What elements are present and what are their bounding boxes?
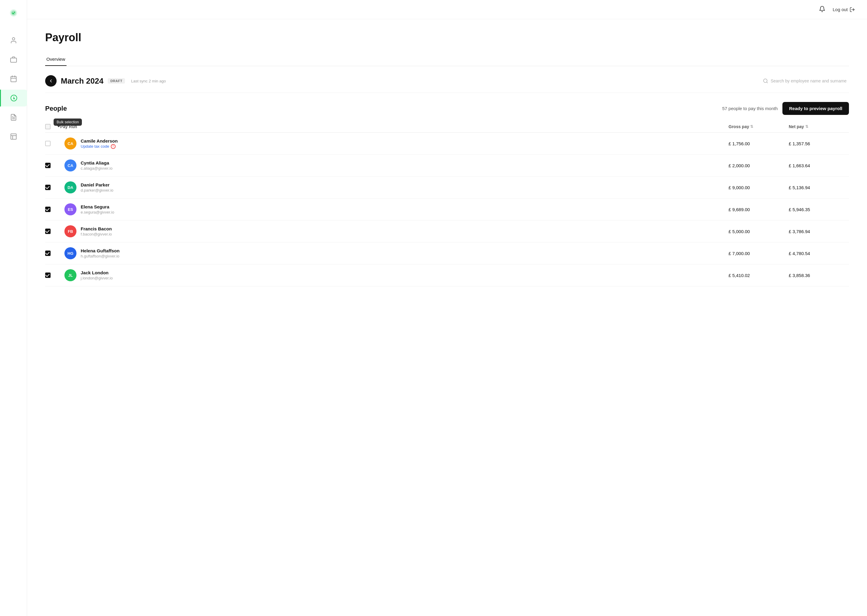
sidebar-item-document[interactable] bbox=[5, 109, 22, 126]
gross-pay: £ 2,000.00 bbox=[728, 163, 789, 168]
row-checkbox[interactable] bbox=[45, 141, 50, 146]
employee-name: Daniel Parker bbox=[81, 182, 728, 187]
bulk-select-col: Bulk selection bbox=[45, 124, 60, 129]
employee-name: Jack London bbox=[81, 270, 728, 275]
row-checkbox-col bbox=[45, 229, 60, 234]
sidebar-item-payroll[interactable] bbox=[0, 90, 27, 107]
svg-point-1 bbox=[13, 38, 15, 40]
employee-cell: CA Cyntia Aliaga c.aliaga@givver.io bbox=[60, 159, 728, 171]
avatar: ES bbox=[65, 203, 76, 215]
table-row: CA Camile Anderson Update tax code ! £ 1… bbox=[45, 133, 849, 155]
row-checkbox[interactable] bbox=[45, 185, 50, 190]
table-header: Bulk selection Pay Run Gross pay ⇅ Net p… bbox=[45, 121, 849, 133]
col-net-header: Net pay ⇅ bbox=[789, 124, 849, 129]
tab-overview[interactable]: Overview bbox=[45, 53, 66, 66]
sidebar-nav bbox=[0, 32, 27, 145]
logout-button[interactable]: Log out bbox=[833, 7, 855, 13]
row-checkbox-col bbox=[45, 163, 60, 168]
table-row: HG Helena Guftaffson h.guftaffson@givver… bbox=[45, 242, 849, 264]
svg-rect-2 bbox=[11, 58, 17, 62]
sidebar-item-building[interactable] bbox=[5, 128, 22, 145]
net-pay: £ 5,946.35 bbox=[789, 207, 849, 212]
row-checkbox-col bbox=[45, 272, 60, 278]
sidebar bbox=[0, 0, 27, 616]
people-count: 57 people to pay this month bbox=[722, 106, 777, 111]
net-pay: £ 3,786.94 bbox=[789, 229, 849, 234]
page-title: Payroll bbox=[45, 31, 849, 44]
back-button[interactable] bbox=[45, 75, 57, 86]
period-header: March 2024 DRAFT Last sync 2 min ago bbox=[45, 75, 849, 93]
avatar: DA bbox=[65, 181, 76, 193]
gross-pay: £ 9,000.00 bbox=[728, 185, 789, 190]
tax-warning[interactable]: Update tax code ! bbox=[81, 144, 728, 149]
svg-line-14 bbox=[766, 82, 767, 83]
employee-name: Camile Anderson bbox=[81, 138, 728, 143]
preview-payroll-button[interactable]: Ready to preview payroll bbox=[782, 102, 849, 115]
logout-label: Log out bbox=[833, 7, 848, 12]
topbar-actions: Log out bbox=[818, 5, 855, 14]
employee-cell: HG Helena Guftaffson h.guftaffson@givver… bbox=[60, 247, 728, 259]
employee-name: Francis Bacon bbox=[81, 226, 728, 231]
draft-badge: DRAFT bbox=[108, 78, 125, 83]
table-row: JL Jack London j.london@givver.io £ 5,41… bbox=[45, 264, 849, 286]
gross-pay: £ 5,410.02 bbox=[728, 273, 789, 278]
notifications-button[interactable] bbox=[818, 5, 827, 14]
employee-email: j.london@givver.io bbox=[81, 276, 728, 280]
sync-status: Last sync 2 min ago bbox=[131, 79, 166, 83]
row-checkbox-col bbox=[45, 251, 60, 256]
section-meta: 57 people to pay this month Ready to pre… bbox=[722, 102, 849, 115]
employee-info: Elena Segura e.segura@givver.io bbox=[81, 204, 728, 214]
employee-name: Elena Segura bbox=[81, 204, 728, 209]
app-logo bbox=[6, 6, 20, 20]
avatar: CA bbox=[65, 137, 76, 149]
sidebar-item-people[interactable] bbox=[5, 32, 22, 49]
employee-name: Helena Guftaffson bbox=[81, 248, 728, 253]
avatar: CA bbox=[65, 159, 76, 171]
net-sort-icon[interactable]: ⇅ bbox=[805, 124, 808, 129]
sidebar-item-briefcase[interactable] bbox=[5, 51, 22, 68]
row-checkbox-col bbox=[45, 185, 60, 190]
net-pay: £ 4,780.54 bbox=[789, 251, 849, 256]
gross-pay: £ 7,000.00 bbox=[728, 251, 789, 256]
employee-info: Camile Anderson Update tax code ! bbox=[81, 138, 728, 149]
table-row: DA Daniel Parker d.parker@givver.io £ 9,… bbox=[45, 176, 849, 198]
avatar: HG bbox=[65, 247, 76, 259]
topbar: Log out bbox=[27, 0, 867, 19]
employee-info: Jack London j.london@givver.io bbox=[81, 270, 728, 280]
row-checkbox[interactable] bbox=[45, 163, 50, 168]
col-gross-header: Gross pay ⇅ bbox=[728, 124, 789, 129]
employee-cell: FB Francis Bacon f.bacon@givver.io bbox=[60, 225, 728, 237]
employee-cell: CA Camile Anderson Update tax code ! bbox=[60, 137, 728, 149]
employee-email: d.parker@givver.io bbox=[81, 188, 728, 193]
bulk-tooltip: Bulk selection bbox=[54, 118, 82, 126]
main-content: Log out Payroll Overview March 2024 bbox=[27, 0, 867, 616]
search-input[interactable] bbox=[771, 79, 849, 83]
employee-info: Helena Guftaffson h.guftaffson@givver.io bbox=[81, 248, 728, 258]
avatar: FB bbox=[65, 225, 76, 237]
tabs-bar: Overview bbox=[45, 53, 849, 66]
gross-pay: £ 5,000.00 bbox=[728, 229, 789, 234]
page-content: Payroll Overview March 2024 DRAFT Last s… bbox=[27, 19, 867, 299]
row-checkbox[interactable] bbox=[45, 251, 50, 256]
avatar: JL bbox=[65, 269, 76, 281]
row-checkbox[interactable] bbox=[45, 272, 50, 278]
employee-cell: DA Daniel Parker d.parker@givver.io bbox=[60, 181, 728, 193]
employee-email: e.segura@givver.io bbox=[81, 210, 728, 214]
tax-warning-text: Update tax code bbox=[81, 144, 109, 149]
row-checkbox[interactable] bbox=[45, 207, 50, 212]
employee-email: f.bacon@givver.io bbox=[81, 232, 728, 236]
gross-sort-icon[interactable]: ⇅ bbox=[750, 124, 753, 129]
employee-email: h.guftaffson@givver.io bbox=[81, 254, 728, 258]
employee-info: Daniel Parker d.parker@givver.io bbox=[81, 182, 728, 193]
employee-email: c.aliaga@givver.io bbox=[81, 166, 728, 171]
warning-icon: ! bbox=[111, 144, 116, 149]
table-row: CA Cyntia Aliaga c.aliaga@givver.io £ 2,… bbox=[45, 155, 849, 176]
people-section-title: People bbox=[45, 105, 67, 113]
svg-rect-3 bbox=[11, 76, 16, 82]
gross-pay: £ 1,756.00 bbox=[728, 141, 789, 146]
sidebar-item-calendar[interactable] bbox=[5, 71, 22, 87]
row-checkbox[interactable] bbox=[45, 229, 50, 234]
net-pay: £ 5,136.94 bbox=[789, 185, 849, 190]
search-icon bbox=[763, 78, 768, 83]
bulk-checkbox[interactable] bbox=[45, 124, 50, 129]
